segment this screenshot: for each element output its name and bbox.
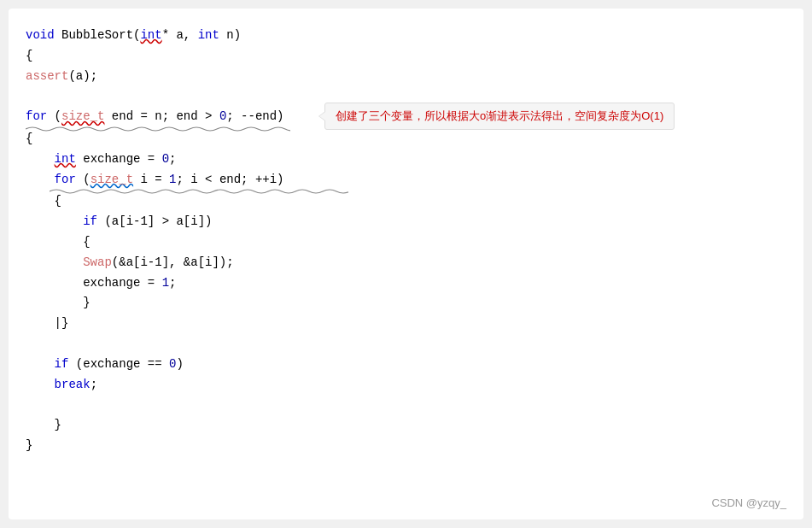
- code-block: void BubbleSort(int* a, int n) { assert(…: [26, 26, 786, 456]
- code-line-12: Swap(&a[i-1], &a[i]);: [26, 253, 786, 273]
- code-line-9: {: [26, 191, 786, 212]
- code-line-blank2: [26, 334, 786, 355]
- code-line-7: int exchange = 0;: [26, 150, 786, 170]
- code-line-18: break;: [26, 375, 786, 396]
- code-line-1: void BubbleSort(int* a, int n): [26, 26, 786, 46]
- code-line-10: if (a[i-1] > a[i]): [26, 212, 786, 232]
- code-line-14: }: [26, 293, 786, 314]
- annotation-bubble: 创建了三个变量，所以根据大o渐进表示法得出，空间复杂度为O(1): [324, 103, 675, 130]
- code-line-2: {: [26, 46, 786, 67]
- code-line-blank3: [26, 395, 786, 415]
- code-line-20: }: [26, 415, 786, 436]
- code-line-21: }: [26, 436, 786, 456]
- code-line-3: assert(a);: [26, 67, 786, 87]
- code-line-13: exchange = 1;: [26, 273, 786, 294]
- code-line-11: {: [26, 232, 786, 253]
- code-line-17: if (exchange == 0): [26, 355, 786, 375]
- watermark: CSDN @yzqy_: [711, 496, 786, 509]
- code-line-8: for (size_t i = 1; i < end; ++i): [26, 170, 786, 191]
- code-line-6: {: [26, 129, 786, 150]
- code-container: void BubbleSort(int* a, int n) { assert(…: [9, 9, 803, 519]
- code-line-15: |}: [26, 314, 786, 334]
